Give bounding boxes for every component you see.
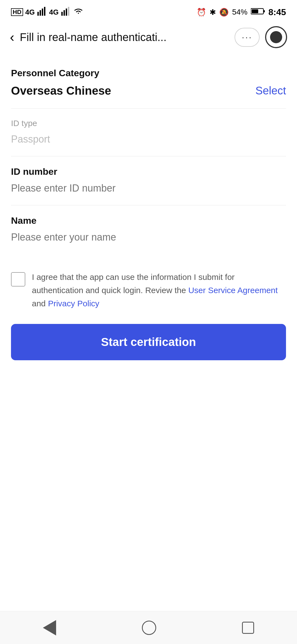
svg-rect-4 bbox=[61, 12, 63, 16]
home-circle-icon bbox=[142, 621, 156, 635]
recent-nav-button[interactable] bbox=[242, 622, 254, 634]
id-type-value[interactable]: Passport bbox=[11, 131, 286, 147]
signal-4g-2-icon: 4G bbox=[49, 8, 59, 17]
name-label: Name bbox=[11, 215, 286, 226]
svg-rect-3 bbox=[44, 7, 45, 16]
back-button[interactable]: ‹ bbox=[10, 31, 14, 44]
id-type-section: ID type Passport bbox=[11, 109, 286, 156]
hd-icon: HD bbox=[11, 8, 23, 16]
bell-mute-icon: 🔕 bbox=[219, 8, 229, 17]
alarm-icon: ⏰ bbox=[197, 8, 206, 17]
agreement-section: I agree that the app can use the informa… bbox=[11, 254, 286, 324]
id-number-label: ID number bbox=[11, 166, 286, 177]
page-title: Fill in real-name authenticati... bbox=[20, 31, 229, 43]
personnel-category-section: Personnel Category Overseas Chinese Sele… bbox=[11, 58, 286, 109]
status-left-icons: HD 4G 4G bbox=[11, 6, 84, 18]
personnel-category-row: Overseas Chinese Select bbox=[11, 82, 286, 100]
more-options-button[interactable]: ··· bbox=[235, 28, 260, 47]
bluetooth-icon: ✱ bbox=[210, 8, 216, 17]
agree-text-2: and bbox=[32, 299, 48, 308]
svg-rect-7 bbox=[68, 7, 69, 16]
svg-rect-1 bbox=[40, 10, 41, 16]
signal-bars-2-icon bbox=[61, 6, 71, 18]
more-dots-icon: ··· bbox=[242, 32, 252, 42]
svg-rect-2 bbox=[42, 9, 43, 16]
user-service-agreement-link[interactable]: User Service Agreement bbox=[188, 286, 278, 295]
time-display: 8:45 bbox=[268, 7, 286, 17]
name-section: Name bbox=[11, 205, 286, 254]
signal-bars-icon bbox=[37, 6, 47, 18]
svg-rect-6 bbox=[66, 9, 67, 16]
start-certification-button[interactable]: Start certification bbox=[11, 324, 286, 360]
privacy-policy-link[interactable]: Privacy Policy bbox=[48, 299, 99, 308]
back-nav-button[interactable] bbox=[43, 620, 56, 635]
nav-bar: ‹ Fill in real-name authenticati... ··· bbox=[0, 22, 297, 52]
wifi-icon bbox=[73, 7, 84, 17]
recent-square-icon bbox=[242, 622, 254, 634]
name-input[interactable] bbox=[11, 229, 286, 245]
svg-rect-9 bbox=[263, 10, 265, 12]
form-container: Personnel Category Overseas Chinese Sele… bbox=[0, 52, 297, 360]
battery-icon bbox=[251, 7, 265, 17]
svg-rect-5 bbox=[64, 10, 65, 16]
signal-4g-icon: 4G bbox=[25, 8, 35, 17]
id-type-label: ID type bbox=[11, 119, 286, 128]
select-button[interactable]: Select bbox=[255, 82, 286, 100]
id-number-input[interactable] bbox=[11, 180, 286, 196]
record-button[interactable] bbox=[265, 26, 287, 48]
svg-rect-10 bbox=[252, 9, 258, 13]
home-nav-button[interactable] bbox=[142, 621, 156, 635]
status-right-icons: ⏰ ✱ 🔕 54% 8:45 bbox=[197, 7, 286, 17]
agreement-text: I agree that the app can use the informa… bbox=[32, 271, 286, 310]
agreement-checkbox[interactable] bbox=[11, 272, 25, 286]
personnel-category-value: Overseas Chinese bbox=[11, 84, 111, 97]
id-number-section: ID number bbox=[11, 156, 286, 205]
battery-percent: 54% bbox=[232, 8, 248, 17]
bottom-nav-bar bbox=[0, 611, 297, 644]
record-inner-icon bbox=[270, 31, 282, 43]
svg-rect-0 bbox=[37, 12, 39, 16]
personnel-category-label: Personnel Category bbox=[11, 68, 286, 78]
back-triangle-icon bbox=[43, 620, 56, 635]
status-bar: HD 4G 4G ⏰ ✱ 🔕 54% 8:45 bbox=[0, 0, 297, 22]
